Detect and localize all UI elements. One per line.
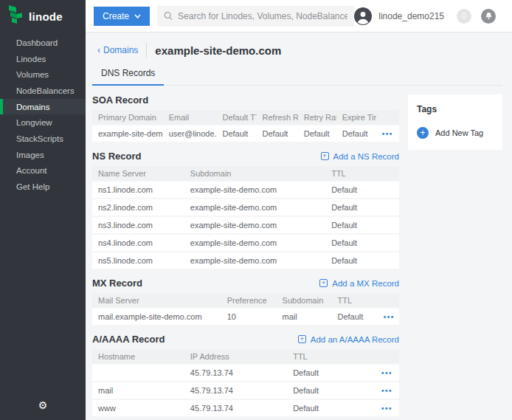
- sidebar-item-linodes[interactable]: Linodes: [0, 51, 86, 67]
- sidebar-item-account[interactable]: Account: [0, 163, 86, 179]
- add-new-tag-button[interactable]: + Add New Tag: [417, 127, 494, 139]
- table-cell: Default: [331, 312, 377, 321]
- page-title: example-site-demo.com: [155, 44, 281, 57]
- table-cell: 10: [221, 312, 277, 321]
- mx-section-title: MX Record: [92, 278, 142, 289]
- sidebar-item-longview[interactable]: Longview: [0, 114, 86, 131]
- sidebar-item-images[interactable]: Images: [0, 147, 86, 163]
- table-row: ns5.linode.comexample-site-demo.comDefau…: [92, 251, 399, 269]
- table-cell: Default: [336, 129, 376, 138]
- settings-gear-icon[interactable]: ⚙: [0, 399, 86, 411]
- table-cell: mail: [92, 386, 184, 395]
- column-header: TTL: [325, 169, 399, 178]
- sidebar-item-dashboard[interactable]: Dashboard: [0, 35, 86, 51]
- a-record-section: A/AAAA Record + Add an A/AAAA Record Hos…: [92, 334, 399, 416]
- soa-record-section: SOA Record Primary DomainEmailDefault TT…: [92, 94, 399, 142]
- sidebar-item-domains[interactable]: Domains: [0, 99, 86, 115]
- row-actions-menu-icon[interactable]: •••: [381, 387, 392, 395]
- table-cell: example-site-demo.com: [184, 221, 325, 230]
- create-button-label: Create: [103, 11, 129, 21]
- add-new-tag-label: Add New Tag: [435, 128, 483, 137]
- table-cell: Default: [325, 185, 399, 194]
- row-actions-menu-icon[interactable]: •••: [384, 313, 395, 321]
- table-cell: 45.79.13.74: [184, 386, 287, 395]
- add-mx-record-button[interactable]: + Add a MX Record: [319, 279, 399, 288]
- sidebar-item-volumes[interactable]: Volumes: [0, 66, 86, 83]
- row-actions-menu-icon[interactable]: •••: [381, 369, 392, 377]
- table-cell: user@linode.com: [163, 129, 217, 138]
- notification-count-badge[interactable]: 0: [457, 9, 471, 24]
- table-cell: example-site-demo.com: [184, 203, 325, 212]
- soa-record-table: Primary DomainEmailDefault TTLRefresh Ra…: [92, 110, 399, 142]
- table-header-row: Name ServerSubdomainTTL: [92, 166, 399, 180]
- a-record-table: HostnameIP AddressTTL45.79.13.74Default•…: [92, 349, 399, 416]
- tags-panel-title: Tags: [417, 104, 494, 114]
- a-section-title: A/AAAA Record: [92, 334, 165, 345]
- sidebar-item-get-help[interactable]: Get Help: [0, 179, 86, 195]
- add-mx-record-label: Add a MX Record: [332, 279, 399, 288]
- table-cell: Default: [325, 221, 399, 230]
- linode-logo-text: linode: [29, 10, 63, 23]
- table-cell: ns1.linode.com: [92, 185, 184, 194]
- breadcrumb: ‹ Domains example-site-demo.com: [92, 42, 502, 58]
- row-actions-cell: •••: [378, 312, 401, 321]
- table-cell: Default: [287, 404, 367, 413]
- table-header-row: Primary DomainEmailDefault TTLRefresh Ra…: [92, 110, 399, 124]
- main-content: ‹ Domains example-site-demo.com DNS Reco…: [86, 32, 512, 420]
- sidebar-item-nodebalancers[interactable]: NodeBalancers: [0, 83, 86, 99]
- table-cell: www: [92, 404, 184, 413]
- sidebar-nav: DashboardLinodesVolumesNodeBalancersDoma…: [0, 32, 86, 195]
- sidebar-item-stackscripts[interactable]: StackScripts: [0, 131, 86, 147]
- tab-dns-records[interactable]: DNS Records: [92, 66, 164, 86]
- mx-record-section: MX Record + Add a MX Record Mail ServerP…: [92, 278, 399, 325]
- breadcrumb-back-link[interactable]: ‹ Domains: [97, 45, 138, 55]
- table-cell: ns4.linode.com: [92, 238, 184, 247]
- mx-record-table: Mail ServerPreferenceSubdomainTTLmail.ex…: [92, 293, 399, 325]
- user-menu: linode_demo215 0: [354, 7, 496, 25]
- table-cell: mail.example-site-demo.com: [92, 312, 221, 321]
- table-cell: example-site-demo.com: [92, 129, 163, 138]
- table-row: mail.example-site-demo.com10mailDefault•…: [92, 307, 399, 325]
- add-a-record-button[interactable]: + Add an A/AAAA Record: [298, 335, 399, 344]
- row-actions-menu-icon[interactable]: •••: [382, 130, 393, 138]
- column-header: Default TTL: [216, 113, 256, 122]
- table-cell: ns5.linode.com: [92, 256, 184, 265]
- column-header: Name Server: [92, 169, 184, 178]
- row-actions-menu-icon[interactable]: •••: [381, 404, 392, 413]
- table-cell: Default: [287, 386, 367, 395]
- column-header: Expire Time: [336, 113, 376, 122]
- column-header: IP Address: [184, 352, 287, 361]
- username[interactable]: linode_demo215: [378, 11, 444, 21]
- column-header: Refresh Rate: [257, 113, 298, 122]
- create-button[interactable]: Create: [94, 7, 150, 26]
- linode-logo[interactable]: linode: [0, 0, 86, 32]
- column-header: Subdomain: [184, 169, 325, 178]
- table-row: mail45.79.13.74Default•••: [92, 381, 399, 399]
- column-header: Email: [163, 113, 217, 122]
- side-column: Tags + Add New Tag: [408, 86, 502, 416]
- column-header: Hostname: [92, 352, 184, 361]
- tags-panel: Tags + Add New Tag: [408, 94, 502, 150]
- table-cell: Default: [325, 203, 399, 212]
- breadcrumb-divider: [146, 43, 147, 58]
- table-header-row: HostnameIP AddressTTL: [92, 349, 399, 363]
- plus-square-icon: +: [319, 279, 328, 287]
- column-header: Subdomain: [277, 296, 332, 305]
- ns-section-title: NS Record: [92, 151, 141, 162]
- table-cell: ns2.linode.com: [92, 203, 184, 212]
- tabs-bar: DNS Records: [92, 66, 502, 86]
- search-input[interactable]: [178, 11, 347, 21]
- breadcrumb-label: Domains: [103, 45, 138, 55]
- avatar[interactable]: [354, 7, 372, 25]
- table-cell: Default: [257, 129, 298, 138]
- search-bar[interactable]: [157, 6, 354, 27]
- table-row: www45.79.13.74Default•••: [92, 399, 399, 416]
- column-header: Primary Domain: [92, 113, 163, 122]
- notifications-bell-icon[interactable]: [481, 9, 496, 24]
- column-header: TTL: [331, 296, 377, 305]
- column-header: Mail Server: [92, 296, 221, 305]
- row-actions-cell: •••: [376, 404, 399, 413]
- add-a-record-label: Add an A/AAAA Record: [311, 335, 399, 344]
- column-header: Preference: [221, 296, 277, 305]
- add-ns-record-button[interactable]: + Add a NS Record: [321, 152, 400, 161]
